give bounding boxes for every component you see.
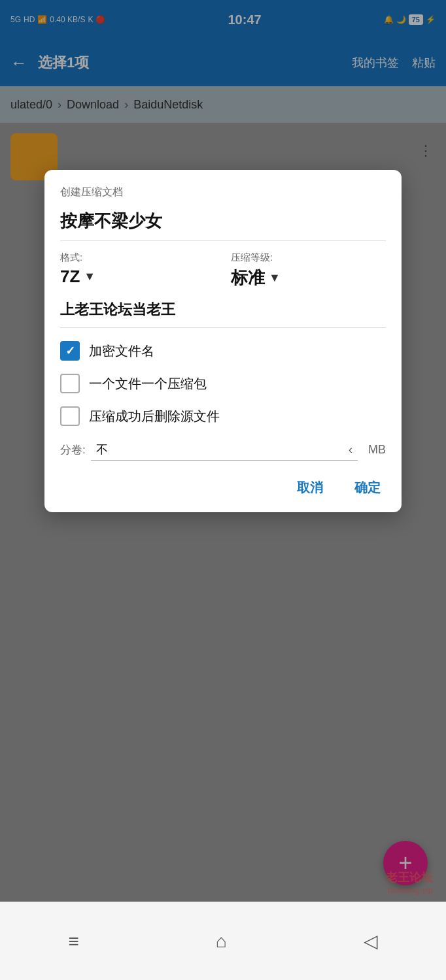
format-value: 7Z bbox=[60, 267, 80, 287]
compression-value: 标准 bbox=[231, 267, 265, 289]
compression-arrow-icon: ▼ bbox=[269, 271, 281, 285]
compression-group: 压缩等级: 标准 ▼ bbox=[231, 252, 386, 289]
menu-icon[interactable]: ≡ bbox=[68, 931, 78, 952]
delete-source-label: 压缩成功后删除源文件 bbox=[89, 408, 220, 425]
encrypt-filename-label: 加密文件名 bbox=[89, 342, 154, 360]
format-compression-row: 格式: 7Z ▼ 压缩等级: 标准 ▼ bbox=[60, 252, 386, 289]
encrypt-filename-checkbox[interactable] bbox=[60, 341, 80, 361]
bottom-nav: ≡ ⌂ ◁ bbox=[0, 902, 446, 980]
format-group: 格式: 7Z ▼ bbox=[60, 252, 215, 287]
home-icon[interactable]: ⌂ bbox=[216, 931, 227, 952]
encrypt-filename-row: 加密文件名 bbox=[60, 341, 386, 361]
archive-filename[interactable]: 按摩不梁少女 bbox=[60, 210, 386, 241]
format-label: 格式: bbox=[60, 252, 215, 264]
split-chevron-icon: ‹ bbox=[349, 443, 352, 457]
confirm-button[interactable]: 确定 bbox=[349, 476, 386, 499]
format-dropdown[interactable]: 7Z ▼ bbox=[60, 267, 215, 287]
split-input[interactable]: 不 ‹ bbox=[91, 439, 358, 461]
split-value: 不 bbox=[96, 442, 108, 457]
compression-dropdown[interactable]: 标准 ▼ bbox=[231, 267, 386, 289]
split-volume-row: 分卷: 不 ‹ MB bbox=[60, 439, 386, 461]
dialog-title: 创建压缩文档 bbox=[60, 186, 386, 199]
password-field[interactable]: 上老王论坛当老王 bbox=[60, 300, 386, 328]
split-label: 分卷: bbox=[60, 442, 86, 457]
back-nav-icon[interactable]: ◁ bbox=[364, 930, 378, 952]
format-arrow-icon: ▼ bbox=[84, 270, 95, 284]
delete-source-checkbox[interactable] bbox=[60, 406, 80, 426]
create-archive-dialog: 创建压缩文档 按摩不梁少女 格式: 7Z ▼ 压缩等级: 标准 ▼ 上老王论坛当… bbox=[44, 170, 402, 512]
compression-label: 压缩等级: bbox=[231, 252, 386, 264]
delete-source-row: 压缩成功后删除源文件 bbox=[60, 406, 386, 426]
one-file-label: 一个文件一个压缩包 bbox=[89, 375, 207, 393]
dialog-buttons: 取消 确定 bbox=[60, 476, 386, 499]
one-file-checkbox[interactable] bbox=[60, 374, 80, 393]
one-file-row: 一个文件一个压缩包 bbox=[60, 374, 386, 393]
split-unit: MB bbox=[368, 443, 386, 457]
cancel-button[interactable]: 取消 bbox=[292, 476, 328, 499]
